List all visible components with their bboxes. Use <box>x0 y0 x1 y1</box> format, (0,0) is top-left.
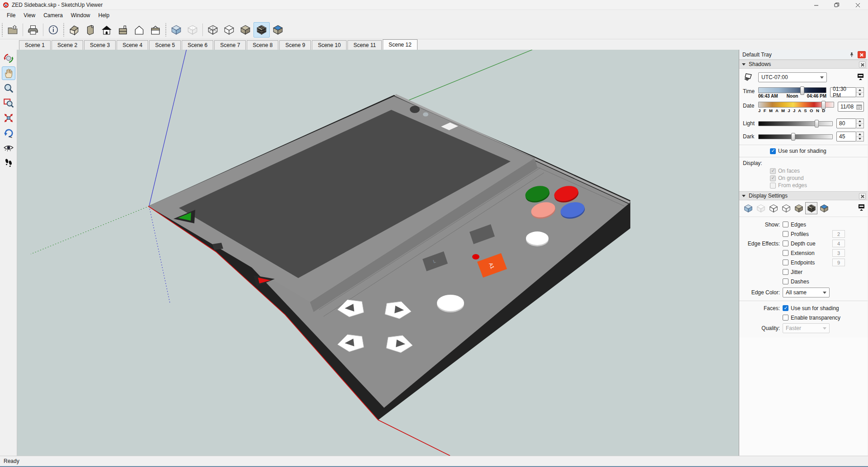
toolbar-grip[interactable] <box>62 23 65 37</box>
tab-scene-5[interactable]: Scene 5 <box>149 40 181 50</box>
edge-color-select[interactable]: All same <box>783 288 830 297</box>
zoom-extents-tool-button[interactable] <box>2 111 15 125</box>
shadow-toggle-icon[interactable] <box>743 72 755 83</box>
view-side-button[interactable] <box>82 22 99 38</box>
dark-slider[interactable] <box>758 134 833 139</box>
profiles-value-input[interactable]: 2 <box>832 230 845 238</box>
calendar-icon[interactable] <box>856 104 862 110</box>
close-button[interactable] <box>847 0 868 10</box>
menu-help[interactable]: Help <box>94 11 114 20</box>
timezone-select[interactable]: UTC-07:00 <box>758 72 827 82</box>
tray-style-back-edges-button[interactable] <box>755 202 767 214</box>
display-settings-close-button[interactable] <box>859 193 866 199</box>
orbit-tool-button[interactable] <box>2 52 15 65</box>
style-wireframe-button[interactable] <box>205 22 221 38</box>
checkbox-icon[interactable] <box>783 222 788 227</box>
tab-scene-7[interactable]: Scene 7 <box>214 40 246 50</box>
time-spin-down[interactable] <box>856 93 863 97</box>
zoom-window-tool-button[interactable] <box>2 96 15 110</box>
tab-scene-8[interactable]: Scene 8 <box>247 40 278 50</box>
dashes-checkbox[interactable]: Dashes <box>783 278 832 285</box>
time-value-input[interactable]: 01:30 PM <box>830 87 856 97</box>
shadows-section-header[interactable]: Shadows <box>739 60 868 69</box>
toolbar-grip[interactable] <box>1 23 4 37</box>
view-bottom-button[interactable] <box>147 22 164 38</box>
dark-spin-down[interactable] <box>856 137 863 142</box>
tab-scene-6[interactable]: Scene 6 <box>182 40 213 50</box>
menu-view[interactable]: View <box>19 11 39 20</box>
open-file-button[interactable] <box>5 22 21 38</box>
tray-style-xray-button[interactable] <box>742 202 754 214</box>
model-info-button[interactable] <box>45 22 61 38</box>
light-slider-track[interactable] <box>758 121 833 126</box>
edges-checkbox[interactable]: Edges <box>783 222 832 228</box>
checkbox-checked-icon[interactable] <box>770 148 776 154</box>
style-xray-button[interactable] <box>168 22 184 38</box>
on-faces-checkbox[interactable]: On faces <box>770 168 800 174</box>
tray-style-wireframe-button[interactable] <box>767 202 779 214</box>
date-slider-track[interactable] <box>758 102 834 108</box>
extension-value-input[interactable]: 3 <box>832 249 845 257</box>
use-sun-checkbox[interactable]: Use sun for shading <box>770 148 826 154</box>
dark-slider-track[interactable] <box>758 134 833 139</box>
light-slider[interactable] <box>758 121 833 126</box>
checkbox-icon[interactable] <box>783 269 788 275</box>
restore-button[interactable] <box>826 0 847 10</box>
dark-slider-handle[interactable] <box>791 133 795 141</box>
print-button[interactable] <box>25 22 41 38</box>
dark-value-input[interactable]: 45 <box>836 132 856 142</box>
depth-cue-value-input[interactable]: 4 <box>832 240 845 247</box>
view-back-button[interactable] <box>131 22 147 38</box>
menu-window[interactable]: Window <box>67 11 94 20</box>
shadows-close-button[interactable] <box>859 61 866 68</box>
tray-style-monochrome-button[interactable] <box>818 202 830 214</box>
display-settings-section-header[interactable]: Display Settings <box>739 191 868 200</box>
time-slider[interactable]: 06:43 AM Noon 04:46 PM <box>758 87 826 99</box>
dark-spinner[interactable] <box>856 132 864 142</box>
tab-scene-11[interactable]: Scene 11 <box>347 40 382 50</box>
walk-tool-button[interactable] <box>2 156 15 170</box>
look-around-tool-button[interactable] <box>2 141 15 155</box>
style-hidden-line-button[interactable] <box>221 22 237 38</box>
view-front-button[interactable] <box>99 22 115 38</box>
endpoints-checkbox[interactable]: Endpoints <box>783 259 832 266</box>
date-slider-handle[interactable] <box>821 101 826 109</box>
light-spinner[interactable] <box>856 118 864 128</box>
style-back-edges-button[interactable] <box>184 22 201 38</box>
tab-scene-1[interactable]: Scene 1 <box>19 40 51 50</box>
tray-pin-button[interactable] <box>848 51 856 58</box>
tray-style-shaded-button[interactable] <box>793 202 805 214</box>
zoom-tool-button[interactable] <box>2 81 15 95</box>
tab-scene-4[interactable]: Scene 4 <box>117 40 148 50</box>
tab-scene-12-active[interactable]: Scene 12 <box>383 39 418 50</box>
previous-view-tool-button[interactable] <box>2 126 15 140</box>
tray-style-hidden-line-button[interactable] <box>780 202 792 214</box>
pan-tool-button[interactable] <box>2 66 15 80</box>
menu-camera[interactable]: Camera <box>39 11 67 20</box>
date-value-input[interactable]: 11/08 <box>838 102 864 112</box>
tab-scene-2[interactable]: Scene 2 <box>52 40 83 50</box>
dark-spin-up[interactable] <box>856 132 863 137</box>
menu-file[interactable]: File <box>3 11 19 20</box>
extension-checkbox[interactable]: Extension <box>783 250 832 256</box>
minimize-button[interactable] <box>806 0 826 10</box>
jitter-checkbox[interactable]: Jitter <box>783 269 832 275</box>
checkbox-icon[interactable] <box>783 250 788 256</box>
light-slider-handle[interactable] <box>815 120 819 127</box>
profiles-checkbox[interactable]: Profiles <box>783 231 832 237</box>
display-settings-overflow-button[interactable] <box>858 204 865 212</box>
time-slider-track[interactable] <box>758 87 826 93</box>
shadows-overflow-button[interactable] <box>857 73 864 82</box>
view-iso-button[interactable] <box>66 22 82 38</box>
endpoints-value-input[interactable]: 9 <box>832 259 845 266</box>
date-slider[interactable]: J F M A M J J A S O N D <box>758 102 834 113</box>
3d-viewport[interactable]: L A1 <box>17 50 739 456</box>
checkbox-checked-icon[interactable] <box>783 305 788 311</box>
tray-style-shaded-textures-button[interactable] <box>805 202 817 214</box>
style-shaded-textures-button[interactable] <box>253 22 270 38</box>
checkbox-icon[interactable] <box>783 259 788 265</box>
style-shaded-button[interactable] <box>237 22 253 38</box>
depth-cue-checkbox[interactable]: Depth cue <box>783 241 832 247</box>
light-spin-up[interactable] <box>856 119 863 124</box>
time-spin-up[interactable] <box>856 88 863 93</box>
